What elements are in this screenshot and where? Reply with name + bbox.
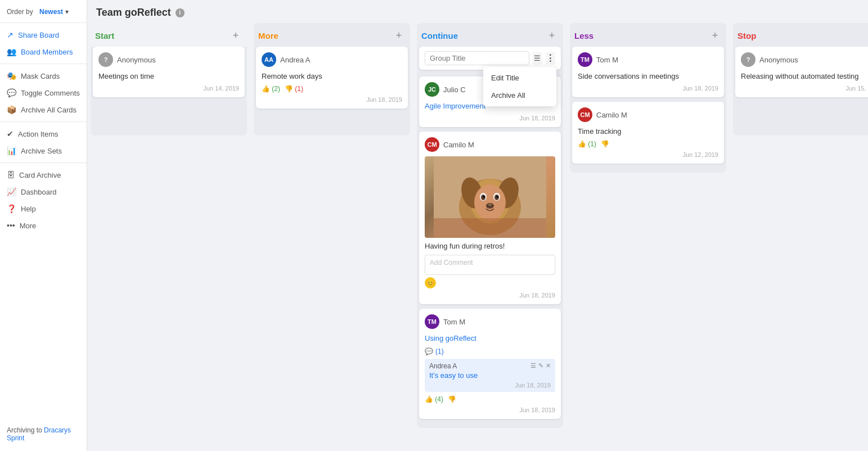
- chevron-down-icon[interactable]: ▾: [65, 8, 69, 16]
- card-votes: 👍 (2) 👎 (1): [262, 85, 402, 93]
- board: Start + ? Anonymous Meetings on time Jun…: [87, 23, 868, 451]
- card-archive-icon: 🗄: [7, 170, 15, 179]
- dashboard-icon: 📈: [7, 187, 16, 196]
- dropdown-menu: Edit Title Archive All: [483, 67, 556, 106]
- author-name: Tom M: [596, 56, 618, 64]
- sidebar: Order by Newest ▾ ↗ Share Board 👥 Board …: [0, 0, 87, 451]
- column-title-start: Start: [95, 31, 114, 40]
- card-date: Jun 18, 2019: [425, 407, 555, 413]
- sidebar-item-share-board[interactable]: ↗ Share Board: [0, 26, 87, 43]
- sidebar-item-archive-sets[interactable]: 📊 Archive Sets: [0, 142, 87, 159]
- svg-point-10: [483, 196, 485, 198]
- sidebar-item-action-items[interactable]: ✔ Action Items: [0, 125, 87, 142]
- sidebar-item-label: Help: [21, 205, 36, 213]
- archive-icon: 📦: [7, 105, 16, 114]
- divider: [0, 121, 87, 122]
- info-icon[interactable]: i: [176, 8, 185, 17]
- column-bg-stop: Stop + ? Anonymous Releasing without aut…: [733, 23, 868, 136]
- column-title-continue: Continue: [421, 31, 458, 40]
- card-date: Jun 18, 2019: [425, 115, 555, 121]
- author-name: Anonymous: [117, 56, 156, 64]
- sidebar-item-dashboard[interactable]: 📈 Dashboard: [0, 183, 87, 200]
- thumbs-up-button[interactable]: 👍 (4): [425, 395, 443, 403]
- thumbs-up-button[interactable]: 👍 (1): [578, 140, 596, 148]
- add-comment-area[interactable]: Add Comment: [425, 255, 555, 275]
- board-title: Team goReflect: [96, 7, 171, 19]
- share-icon: ↗: [7, 30, 14, 39]
- more-icon: •••: [7, 221, 15, 230]
- group-title-input[interactable]: [425, 51, 529, 65]
- add-card-less-button[interactable]: +: [708, 29, 722, 42]
- column-header-start: Start +: [91, 23, 247, 47]
- add-card-start-button[interactable]: +: [229, 29, 242, 42]
- help-icon: ❓: [7, 204, 16, 213]
- group-title-menu-button[interactable]: ⋮: [546, 52, 555, 65]
- thumbs-up-button[interactable]: 👍 (2): [262, 85, 280, 93]
- card-author: AA Andrea A: [262, 52, 402, 67]
- emoji-icon[interactable]: 😊: [425, 277, 436, 288]
- thumbs-down-button[interactable]: 👎: [448, 395, 456, 403]
- sidebar-item-toggle-comments[interactable]: 💬 Toggle Comments: [0, 84, 87, 101]
- sidebar-footer: Archiving to Dracarys Sprint: [0, 422, 87, 447]
- comment-close-icon[interactable]: ✕: [546, 362, 551, 369]
- avatar: ?: [741, 52, 755, 67]
- sidebar-item-archive-all-cards[interactable]: 📦 Archive All Cards: [0, 101, 87, 118]
- comment-action-1[interactable]: ☰: [530, 362, 536, 369]
- author-name: Julio C: [443, 85, 466, 94]
- dog-image: [425, 156, 555, 238]
- card-text: Remote work days: [262, 71, 402, 82]
- column-bg-more: More + AA Andrea A Remote work days 👍 (2…: [254, 23, 410, 136]
- order-by-control[interactable]: Order by Newest ▾: [0, 4, 87, 19]
- column-header-more: More +: [254, 23, 410, 47]
- comment-icon: 💬: [425, 348, 433, 355]
- sidebar-item-label: Share Board: [18, 31, 59, 39]
- comment-count-value: (1): [435, 348, 444, 355]
- card-date: Jun 18, 2019: [425, 292, 555, 299]
- avatar: JC: [425, 82, 439, 97]
- sidebar-item-help[interactable]: ❓ Help: [0, 200, 87, 217]
- board-header: Team goReflect i: [87, 0, 868, 23]
- mask-icon: 🎭: [7, 71, 16, 80]
- comment-edit-icon[interactable]: ✎: [538, 362, 543, 369]
- card-votes: 👍 (1) 👎: [578, 140, 718, 148]
- archive-all-item[interactable]: Archive All: [483, 87, 556, 104]
- card-text: Releasing without automated testing: [741, 71, 868, 82]
- card-date: Jun 18, 2019: [262, 96, 402, 103]
- group-title-icon-button[interactable]: ☰: [533, 52, 542, 65]
- order-value[interactable]: Newest: [39, 8, 63, 16]
- card-text: Using goReflect: [425, 333, 555, 344]
- column-title-more: More: [258, 31, 278, 40]
- card-author: TM Tom M: [425, 314, 555, 329]
- sidebar-item-label: Archive All Cards: [21, 106, 77, 114]
- avatar: AA: [262, 52, 276, 67]
- add-card-continue-button[interactable]: +: [545, 29, 559, 42]
- order-by-label: Order by: [7, 8, 33, 16]
- add-card-more-button[interactable]: +: [392, 29, 406, 42]
- card-author: ? Anonymous: [98, 52, 239, 67]
- sidebar-item-mask-cards[interactable]: 🎭 Mask Cards: [0, 67, 87, 84]
- column-body-less: TM Tom M Side conversations in meetings …: [570, 47, 726, 168]
- edit-title-item[interactable]: Edit Title: [483, 69, 556, 87]
- card-author: CM Camilo M: [425, 137, 555, 152]
- column-more: More + AA Andrea A Remote work days 👍 (2…: [254, 23, 410, 444]
- check-icon: ✔: [7, 129, 14, 138]
- author-name: Camilo M: [596, 111, 627, 119]
- sidebar-item-card-archive[interactable]: 🗄 Card Archive: [0, 166, 87, 183]
- column-header-continue: Continue +: [417, 23, 563, 47]
- sidebar-item-board-members[interactable]: 👥 Board Members: [0, 43, 87, 60]
- thumbs-down-button[interactable]: 👎: [601, 140, 609, 148]
- column-header-less: Less +: [570, 23, 726, 47]
- comment-date: Jun 18, 2019: [429, 382, 551, 389]
- thumbs-down-button[interactable]: 👎 (1): [285, 85, 303, 93]
- column-body-more: AA Andrea A Remote work days 👍 (2) 👎 (1)…: [254, 47, 410, 131]
- comment-count[interactable]: 💬 (1): [425, 348, 555, 355]
- card-continue-2: CM Camilo M: [419, 132, 561, 304]
- avatar: ?: [98, 52, 113, 67]
- column-bg-continue: Continue + ☰ ⋮ Edit Title A: [417, 23, 563, 428]
- comment-box: Andrea A ☰ ✎ ✕ It's easy to use Jun 18, …: [425, 359, 555, 392]
- column-header-stop: Stop +: [733, 23, 868, 47]
- sidebar-item-more[interactable]: ••• More: [0, 217, 87, 234]
- svg-rect-14: [434, 218, 546, 238]
- card-date: Jun 14, 2019: [98, 85, 239, 92]
- author-name: Anonymous: [759, 56, 798, 64]
